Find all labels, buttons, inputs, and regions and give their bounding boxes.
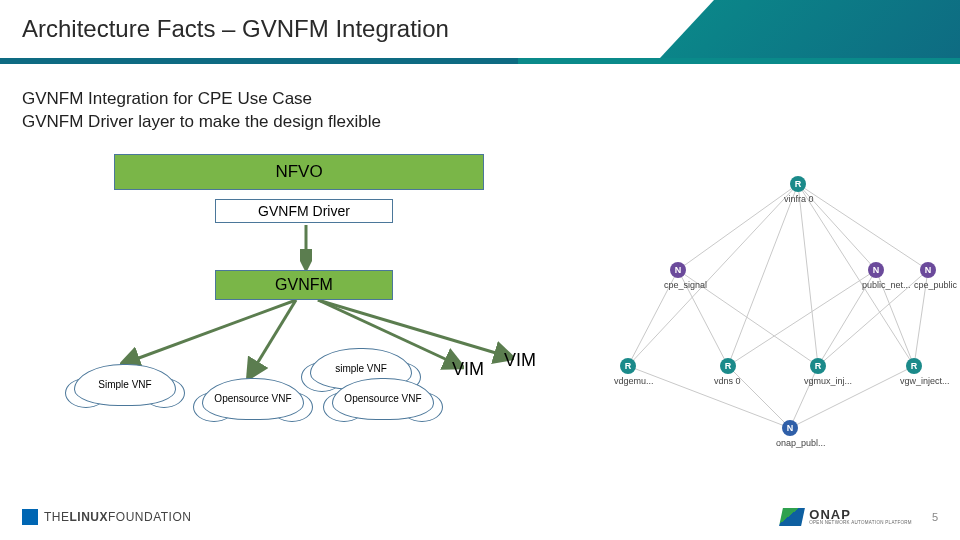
cloud-opensource-vnf-2: Opensource VNF [332,378,434,420]
topo-caption-R2: vdns 0 [714,376,741,386]
cloud-opensource-vnf-1: Opensource VNF [202,378,304,420]
topo-caption-R4: vgw_inject... [900,376,950,386]
arrow-gvnfm-to-opensource [244,300,304,380]
topo-caption-cpe_public: cpe_public [914,280,957,290]
onap-logo: ONAP OPEN NETWORK AUTOMATION PLATFORM 5 [781,508,938,526]
topology-edges [600,170,940,440]
footer: THELINUXFOUNDATION ONAP OPEN NETWORK AUT… [0,502,960,532]
topo-caption-R3: vgmux_inj... [804,376,852,386]
onap-icon [779,508,805,526]
gvnfm-box: GVNFM [215,270,393,300]
svg-line-15 [728,270,876,366]
topo-caption-cpe_signal: cpe_signal [664,280,707,290]
linux-the: THE [44,510,70,524]
vim-label-1: VIM [452,359,484,380]
vim-label-2: VIM [504,350,536,371]
svg-line-8 [628,184,798,366]
linux-linux: LINUX [70,510,109,524]
topo-node-cpe_signal: N [670,262,686,278]
topo-caption-onap_publ: onap_publ... [776,438,826,448]
gvnfm-driver-box: GVNFM Driver [215,199,393,223]
topo-node-R4: R [906,358,922,374]
topo-node-R3: R [810,358,826,374]
topo-node-R_top: R [790,176,806,192]
cloud-simple-vnf: Simple VNF [74,364,176,406]
linux-foundation-icon [22,509,38,525]
page-number: 5 [932,511,938,523]
topo-node-public_net: N [868,262,884,278]
svg-line-7 [798,184,928,270]
onap-subtitle: OPEN NETWORK AUTOMATION PLATFORM [809,521,912,526]
svg-line-4 [318,300,506,356]
topo-node-R2: R [720,358,736,374]
topo-caption-R1: vdgemu... [614,376,654,386]
page-title: Architecture Facts – GVNFM Integration [22,15,449,43]
topo-caption-public_net: public_net... [862,280,911,290]
topology-graph: Rvinfra 0Ncpe_signalNpublic_net...Ncpe_p… [600,170,940,440]
linux-foundation: FOUNDATION [108,510,191,524]
linux-foundation-logo: THELINUXFOUNDATION [22,509,191,525]
topo-caption-R_top: vinfra 0 [784,194,814,204]
nfvo-box: NFVO [114,154,484,190]
topo-node-onap_publ: N [782,420,798,436]
title-bar: Architecture Facts – GVNFM Integration [0,0,960,58]
svg-line-5 [678,184,798,270]
description-line-1: GVNFM Integration for CPE Use Case [22,88,938,111]
svg-line-2 [252,300,296,372]
description-line-2: GVNFM Driver layer to make the design fl… [22,111,938,134]
topo-node-R1: R [620,358,636,374]
title-banner [660,0,960,58]
arrow-driver-to-gvnfm [300,225,312,270]
topo-node-cpe_public: N [920,262,936,278]
svg-line-9 [728,184,798,366]
